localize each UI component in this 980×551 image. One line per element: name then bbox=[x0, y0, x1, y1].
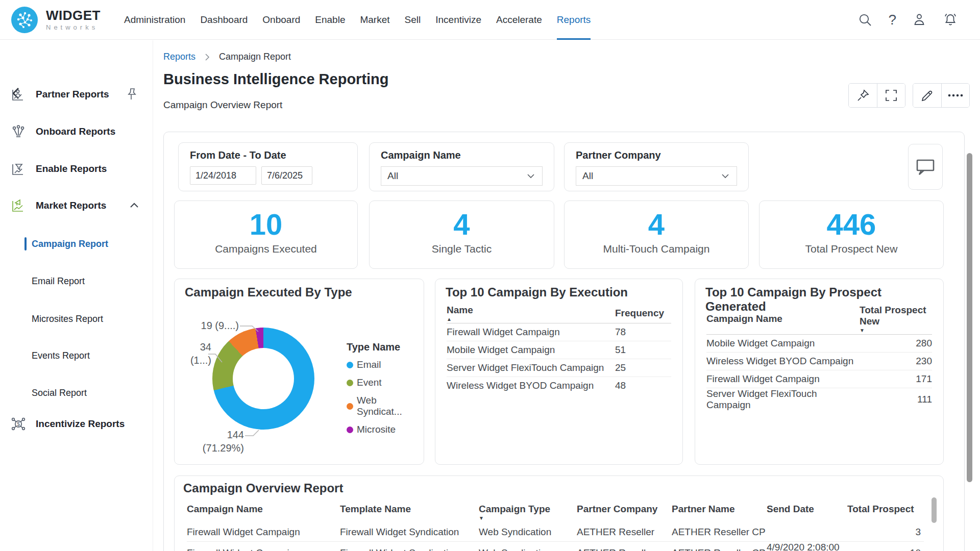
sidebar: Partner Reports Onboard Reports Enable R… bbox=[0, 40, 153, 551]
partner-filter-label: Partner Company bbox=[576, 149, 661, 161]
report-scrollbar-thumb[interactable] bbox=[967, 153, 972, 482]
column-header-total-prospect[interactable]: Total Prospect bbox=[847, 500, 924, 523]
sidebar-item-events-report[interactable]: Events Report bbox=[0, 344, 153, 367]
nav-item-sell[interactable]: Sell bbox=[405, 0, 421, 40]
sidebar-item-enable-reports[interactable]: Enable Reports bbox=[0, 155, 153, 183]
top10-prospect-panel: Top 10 Campaign By Prospect Generated Ca… bbox=[695, 279, 944, 465]
legend-item-email[interactable]: Email bbox=[347, 359, 424, 370]
sort-desc-icon: ▼ bbox=[860, 328, 932, 333]
nav-item-market[interactable]: Market bbox=[360, 0, 389, 40]
kpi-value: 4 bbox=[370, 208, 554, 241]
column-header-send-date[interactable]: Send Date bbox=[767, 500, 847, 523]
column-header-template-name[interactable]: Template Name bbox=[340, 500, 479, 523]
kpi-total-prospect-new: 446 Total Prospect New bbox=[759, 201, 944, 269]
nav-item-dashboard[interactable]: Dashboard bbox=[200, 0, 248, 40]
comment-bubble-icon bbox=[915, 158, 936, 176]
table-row[interactable]: Server Widget FlexiTouch Campaign111 bbox=[706, 388, 932, 411]
edit-report-button[interactable] bbox=[913, 84, 941, 107]
nav-item-onboard[interactable]: Onboard bbox=[262, 0, 300, 40]
search-button[interactable] bbox=[857, 12, 873, 28]
column-header-campaign-type[interactable]: Campaign Type ▼ bbox=[479, 500, 577, 523]
pin-report-button[interactable] bbox=[849, 84, 877, 107]
help-button[interactable]: ? bbox=[888, 13, 896, 27]
legend-item-event[interactable]: Event bbox=[347, 377, 424, 388]
table-header-row: Campaign Name Total Prospect New ▼ bbox=[706, 302, 932, 335]
kpi-value: 446 bbox=[760, 208, 943, 241]
user-icon bbox=[912, 12, 927, 28]
table-row[interactable]: Firewall Widget Campaign Firewall Widget… bbox=[187, 541, 924, 551]
report-actions bbox=[848, 83, 970, 108]
table-row[interactable]: Wireless Widget BYOD Campaign48 bbox=[447, 377, 671, 395]
report-canvas: From Date - To Date Campaign Name All Pa… bbox=[163, 132, 965, 551]
campaign-dropdown-value: All bbox=[387, 170, 398, 182]
table-row[interactable]: Server Widget FlexiTouch Campaign25 bbox=[447, 359, 671, 377]
table-row[interactable]: Firewall Widget Campaign171 bbox=[706, 370, 932, 388]
breadcrumb-reports-link[interactable]: Reports bbox=[163, 52, 195, 62]
comments-button[interactable] bbox=[908, 144, 943, 190]
pencil-icon bbox=[921, 89, 934, 102]
column-header-partner-name[interactable]: Partner Name bbox=[672, 500, 767, 523]
sidebar-item-partner-reports[interactable]: Partner Reports bbox=[0, 80, 153, 109]
main-content: Reports Campaign Report Business Intelli… bbox=[153, 40, 980, 551]
primary-nav: Administration Dashboard Onboard Enable … bbox=[124, 0, 591, 40]
donut-hole bbox=[233, 348, 294, 409]
kpi-label: Total Prospect New bbox=[760, 243, 943, 255]
breadcrumb-current: Campaign Report bbox=[219, 52, 291, 62]
sidebar-item-market-reports[interactable]: Market Reports bbox=[0, 191, 153, 220]
web-syndication-swatch-icon bbox=[347, 403, 353, 410]
fullscreen-icon bbox=[885, 89, 898, 102]
profile-button[interactable] bbox=[912, 12, 927, 28]
table-row[interactable]: Firewall Widget Campaign78 bbox=[447, 323, 671, 341]
from-date-input[interactable] bbox=[190, 166, 256, 185]
chart-legend: Type Name Email Event Web Syndicat... bbox=[347, 341, 424, 442]
date-filter-label: From Date - To Date bbox=[190, 149, 286, 161]
pushpin-icon bbox=[856, 88, 870, 103]
microsite-swatch-icon bbox=[347, 427, 353, 433]
callout-web-syndication: 19 (9....) bbox=[185, 319, 239, 332]
column-header-name[interactable]: Name ▲ bbox=[447, 302, 615, 323]
notifications-button[interactable] bbox=[942, 12, 959, 28]
table-row[interactable]: Wireless Widget BYOD Campaign230 bbox=[706, 353, 932, 370]
brand-logo[interactable]: WIDGET Networks bbox=[11, 7, 101, 33]
table-row[interactable]: Firewall Widget Campaign Firewall Widget… bbox=[187, 523, 924, 541]
chevron-down-icon bbox=[526, 171, 536, 181]
sidebar-item-microsites-report[interactable]: Microsites Report bbox=[0, 308, 153, 330]
column-header-total-prospect-new[interactable]: Total Prospect New ▼ bbox=[860, 302, 932, 335]
nav-item-administration[interactable]: Administration bbox=[124, 0, 185, 40]
kpi-label: Campaigns Executed bbox=[175, 243, 357, 255]
partner-company-dropdown[interactable]: All bbox=[576, 166, 737, 186]
kpi-value: 4 bbox=[565, 208, 748, 241]
table-scrollbar-thumb[interactable] bbox=[932, 497, 937, 523]
kpi-value: 10 bbox=[175, 208, 357, 241]
kpi-single-tactic: 4 Single Tactic bbox=[369, 201, 554, 269]
focus-mode-button[interactable] bbox=[877, 84, 905, 107]
nav-item-reports[interactable]: Reports bbox=[557, 0, 591, 40]
partner-company-filter-card: Partner Company All bbox=[564, 142, 749, 191]
legend-item-web-syndication[interactable]: Web Syndicat... bbox=[347, 395, 424, 417]
legend-item-microsite[interactable]: Microsite bbox=[347, 424, 424, 435]
table-header-row: Name ▲ Frequency bbox=[447, 302, 671, 323]
sidebar-item-email-report[interactable]: Email Report bbox=[0, 270, 153, 292]
event-swatch-icon bbox=[347, 380, 353, 386]
column-header-campaign-name[interactable]: Campaign Name bbox=[706, 302, 860, 335]
column-header-frequency[interactable]: Frequency bbox=[615, 302, 671, 323]
more-options-button[interactable] bbox=[941, 84, 969, 107]
search-icon bbox=[857, 12, 873, 28]
market-reports-icon bbox=[10, 197, 28, 214]
sidebar-item-campaign-report[interactable]: Campaign Report bbox=[0, 233, 153, 255]
campaign-name-dropdown[interactable]: All bbox=[381, 166, 543, 186]
column-header-partner-company[interactable]: Partner Company bbox=[577, 500, 672, 523]
nav-item-enable[interactable]: Enable bbox=[315, 0, 345, 40]
table-header-row: Campaign Name Template Name Campaign Typ… bbox=[187, 500, 924, 523]
table-row[interactable]: Mobile Widget Campaign280 bbox=[706, 335, 932, 353]
nav-item-accelerate[interactable]: Accelerate bbox=[496, 0, 542, 40]
to-date-input[interactable] bbox=[261, 166, 312, 185]
column-header-campaign-name[interactable]: Campaign Name bbox=[187, 500, 340, 523]
nav-item-incentivize[interactable]: Incentivize bbox=[435, 0, 481, 40]
sidebar-item-incentivize-reports[interactable]: $ Incentivize Reports bbox=[0, 410, 153, 438]
sidebar-item-social-report[interactable]: Social Report bbox=[0, 382, 153, 404]
sidebar-item-onboard-reports[interactable]: Onboard Reports bbox=[0, 117, 153, 146]
chevron-up-icon[interactable] bbox=[128, 199, 141, 212]
sort-asc-icon: ▲ bbox=[447, 317, 615, 322]
table-row[interactable]: Mobile Widget Campaign51 bbox=[447, 341, 671, 359]
